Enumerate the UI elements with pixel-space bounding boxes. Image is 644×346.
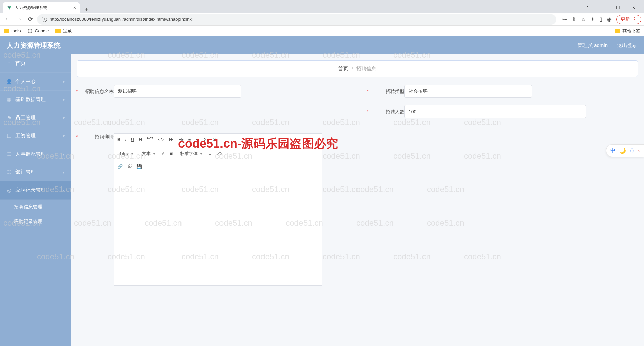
input-count[interactable]: 100 bbox=[404, 105, 586, 118]
home-icon: ⌂ bbox=[6, 60, 12, 66]
input-name[interactable]: 测试招聘 bbox=[114, 85, 241, 98]
layers-icon: ☷ bbox=[6, 169, 12, 175]
italic-button[interactable]: I bbox=[125, 137, 126, 142]
ol-button[interactable]: ≡ bbox=[188, 137, 191, 142]
chevron-down-icon[interactable]: ˅ bbox=[579, 2, 595, 13]
sup-button[interactable]: X² bbox=[213, 137, 217, 142]
label-type: 招聘类型 bbox=[367, 85, 404, 98]
code-button[interactable]: </> bbox=[158, 137, 164, 142]
quote-button[interactable]: ❝❞ bbox=[147, 136, 153, 143]
underline-button[interactable]: U bbox=[131, 137, 134, 142]
more-icon[interactable]: ⟨⟩ bbox=[630, 148, 634, 154]
h2-button[interactable]: H₂ bbox=[178, 137, 183, 142]
font-size-select[interactable]: 14px▾ bbox=[117, 150, 135, 157]
star-icon[interactable]: ☆ bbox=[581, 16, 586, 23]
update-label: 更新 bbox=[621, 16, 630, 23]
sidepanel-icon[interactable]: ▯ bbox=[599, 16, 602, 23]
update-button[interactable]: 更新 ⋮ bbox=[616, 15, 641, 24]
nav-hr-move[interactable]: ☰人事调配管理▾ bbox=[0, 145, 71, 163]
app-header: 人力资源管理系统 管理员 admin 退出登录 bbox=[0, 36, 644, 54]
folder-icon bbox=[55, 29, 61, 33]
sub-button[interactable]: X₂ bbox=[204, 137, 208, 142]
bold-button[interactable]: B bbox=[117, 137, 120, 142]
lang-toggle[interactable]: 中 bbox=[610, 147, 615, 154]
tab-title: 人力资源管理系统 bbox=[15, 5, 71, 11]
svg-point-0 bbox=[28, 29, 32, 33]
save-icon[interactable]: 💾 bbox=[136, 164, 142, 169]
chevron-right-icon[interactable]: › bbox=[638, 148, 640, 154]
nav-dept[interactable]: ☷部门管理▾ bbox=[0, 163, 71, 181]
chevron-down-icon: ▾ bbox=[63, 152, 65, 157]
bookmark-other[interactable]: 其他书签 bbox=[615, 28, 640, 34]
rich-editor: B I U S ❝❞ </> H₁ H₂ ≡ ≣ X₂ X² bbox=[114, 133, 322, 286]
bookmark-baozang[interactable]: 宝藏 bbox=[55, 28, 72, 34]
bookmark-tools[interactable]: tools bbox=[4, 28, 21, 33]
select-type[interactable]: 社会招聘 bbox=[404, 85, 532, 98]
address-bar[interactable]: i http://localhost:8080/renliziyuanguanl… bbox=[37, 14, 556, 25]
block-type-select[interactable]: 文本▾ bbox=[140, 150, 157, 157]
subnav-recruit-manage[interactable]: 招聘信息管理 bbox=[0, 200, 71, 214]
label-count: 招聘人数 bbox=[367, 105, 404, 118]
current-user[interactable]: 管理员 admin bbox=[577, 42, 608, 49]
editor-body[interactable] bbox=[114, 171, 322, 286]
chevron-down-icon: ▾ bbox=[63, 79, 65, 84]
moon-icon[interactable]: 🌙 bbox=[619, 148, 626, 154]
folder-icon bbox=[4, 29, 9, 33]
chevron-down-icon: ▾ bbox=[200, 152, 202, 156]
new-tab-button[interactable]: + bbox=[80, 6, 93, 13]
tab-close-icon[interactable]: × bbox=[73, 5, 76, 10]
nav-home[interactable]: ⌂首页 bbox=[0, 54, 71, 73]
breadcrumb-home[interactable]: 首页 bbox=[338, 66, 348, 71]
browser-toolbar: ← → ⟳ i http://localhost:8080/renliziyua… bbox=[0, 13, 644, 26]
app-title: 人力资源管理系统 bbox=[7, 41, 61, 50]
text-color-button[interactable]: A bbox=[162, 151, 165, 156]
subnav-apply-manage[interactable]: 应聘记录管理 bbox=[0, 214, 71, 229]
chevron-down-icon: ▾ bbox=[63, 188, 65, 193]
window-minimize[interactable]: — bbox=[595, 2, 610, 13]
nav-basedata[interactable]: ▦基础数据管理▾ bbox=[0, 91, 71, 109]
bg-color-button[interactable]: ▣ bbox=[169, 151, 173, 156]
copy-icon: ❐ bbox=[6, 133, 12, 139]
label-detail: 招聘详情 bbox=[77, 133, 114, 140]
extensions-icon[interactable]: ✦ bbox=[590, 16, 595, 23]
bookmark-google[interactable]: Google bbox=[27, 28, 49, 34]
back-button[interactable]: ← bbox=[3, 15, 12, 24]
google-icon bbox=[27, 28, 33, 34]
window-close[interactable]: × bbox=[626, 2, 641, 13]
text-cursor bbox=[119, 176, 119, 182]
align-button[interactable]: ≡ bbox=[209, 151, 211, 156]
settings-icon: ☰ bbox=[6, 151, 12, 157]
browser-tab[interactable]: 人力资源管理系统 × bbox=[3, 2, 80, 13]
strike-button[interactable]: S bbox=[139, 137, 142, 142]
flag-icon: ⚑ bbox=[6, 115, 12, 121]
chevron-down-icon: ▾ bbox=[63, 170, 65, 175]
nav-salary[interactable]: ❐工资管理▾ bbox=[0, 127, 71, 145]
ul-button[interactable]: ≣ bbox=[195, 137, 199, 142]
font-family-select[interactable]: 标准字体▾ bbox=[178, 150, 204, 157]
nav-staff[interactable]: ⚑员工管理▾ bbox=[0, 109, 71, 127]
menu-dots-icon: ⋮ bbox=[632, 17, 637, 22]
link-button[interactable]: 🔗 bbox=[117, 164, 123, 169]
vue-favicon bbox=[7, 5, 12, 10]
chevron-down-icon: ▾ bbox=[131, 152, 133, 156]
profile-icon[interactable]: ◉ bbox=[607, 16, 612, 23]
h1-button[interactable]: H₁ bbox=[169, 137, 174, 142]
breadcrumb-current: 招聘信息 bbox=[356, 66, 376, 71]
editor-toolbar: B I U S ❝❞ </> H₁ H₂ ≡ ≣ X₂ X² bbox=[114, 133, 322, 171]
url-text: http://localhost:8080/renliziyuanguanli/… bbox=[50, 17, 193, 22]
bookmarks-bar: tools Google 宝藏 其他书签 bbox=[0, 26, 644, 36]
image-button[interactable]: 🖼 bbox=[127, 164, 132, 169]
share-icon[interactable]: ⇪ bbox=[572, 16, 576, 23]
browser-tabbar: 人力资源管理系统 × + ˅ — ☐ × bbox=[0, 0, 644, 13]
nav-apply-records[interactable]: ◎应聘记录管理▾ bbox=[0, 181, 71, 200]
forward-button[interactable]: → bbox=[14, 15, 24, 24]
key-icon[interactable]: ⊶ bbox=[562, 16, 567, 23]
clear-format-button[interactable]: ⌦ bbox=[216, 151, 222, 156]
nav-profile[interactable]: 👤个人中心▾ bbox=[0, 73, 71, 91]
site-info-icon[interactable]: i bbox=[42, 17, 47, 22]
window-controls: ˅ — ☐ × bbox=[579, 2, 641, 13]
sidebar: ⌂首页 👤个人中心▾ ▦基础数据管理▾ ⚑员工管理▾ ❐工资管理▾ ☰人事调配管… bbox=[0, 54, 71, 346]
reload-button[interactable]: ⟳ bbox=[26, 15, 35, 24]
logout-button[interactable]: 退出登录 bbox=[617, 42, 637, 49]
window-maximize[interactable]: ☐ bbox=[610, 2, 626, 13]
